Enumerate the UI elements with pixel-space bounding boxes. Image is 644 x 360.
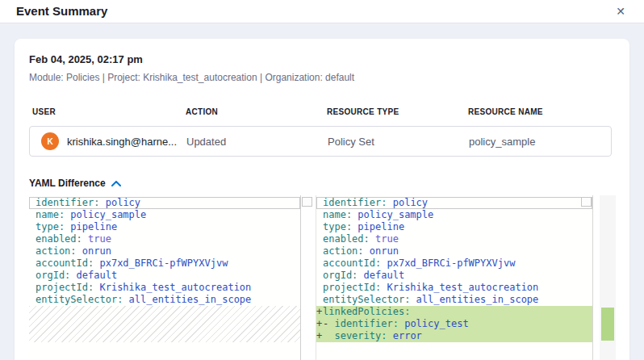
right-scrollbar-thumb[interactable] bbox=[581, 197, 592, 207]
user-cell: K krishika.singh@harne... bbox=[30, 132, 183, 150]
event-card: Feb 04, 2025, 02:17 pm Module: Policies … bbox=[15, 39, 629, 360]
left-scrollbar[interactable] bbox=[301, 195, 314, 360]
code-line: + severity: error bbox=[316, 330, 592, 342]
code-line: name: policy_sample bbox=[316, 209, 592, 221]
code-line: identifier: policy bbox=[316, 197, 592, 209]
code-line: accountId: px7xd_BFRCi-pfWPYXVjvw bbox=[316, 257, 592, 270]
column-resource-type: RESOURCE TYPE bbox=[324, 107, 465, 116]
code-line: name: policy_sample bbox=[29, 209, 300, 221]
event-meta: Module: Policies | Project: Krishika_tes… bbox=[29, 72, 629, 83]
code-line: enabled: true bbox=[29, 233, 300, 245]
table-header: USER ACTION RESOURCE TYPE RESOURCE NAME bbox=[29, 107, 629, 116]
code-line: type: pipeline bbox=[316, 221, 592, 233]
page-title: Event Summary bbox=[16, 4, 107, 18]
overview-ruler[interactable] bbox=[600, 195, 616, 360]
code-line: orgId: default bbox=[29, 270, 300, 282]
left-scrollbar-thumb[interactable] bbox=[302, 197, 312, 207]
added-line-marker: + bbox=[316, 306, 323, 318]
code-line: type: pipeline bbox=[29, 221, 300, 233]
code-line: +linkedPolicies: bbox=[316, 306, 592, 318]
code-line: enabled: true bbox=[316, 233, 592, 245]
code-line: projectId: Krishika_test_autocreation bbox=[29, 282, 300, 294]
chevron-up-icon[interactable] bbox=[111, 181, 121, 186]
column-user: USER bbox=[29, 107, 182, 116]
code-line: projectId: Krishika_test_autocreation bbox=[316, 282, 592, 294]
table-row: K krishika.singh@harne... Updated Policy… bbox=[29, 126, 612, 157]
action-cell: Updated bbox=[183, 136, 324, 148]
column-resource-name: RESOURCE NAME bbox=[465, 107, 629, 116]
code-line: entitySelector: all_entities_in_scope bbox=[316, 294, 592, 306]
user-email: krishika.singh@harne... bbox=[67, 136, 177, 148]
yaml-diff-viewer: identifier: policyname: policy_sampletyp… bbox=[29, 195, 616, 360]
modal-header: Event Summary ✕ bbox=[0, 0, 644, 23]
event-summary-modal: Event Summary ✕ Feb 04, 2025, 02:17 pm M… bbox=[0, 0, 644, 360]
diff-pane-new[interactable]: identifier: policyname: policy_sampletyp… bbox=[316, 195, 593, 360]
code-line: identifier: policy bbox=[29, 197, 300, 209]
diff-pane-old[interactable]: identifier: policyname: policy_sampletyp… bbox=[29, 195, 301, 360]
diff-empty-placeholder bbox=[29, 306, 300, 342]
diff-gap bbox=[593, 195, 600, 360]
yaml-difference-toggle[interactable]: YAML Difference bbox=[29, 178, 629, 189]
event-timestamp: Feb 04, 2025, 02:17 pm bbox=[29, 53, 629, 65]
code-line: action: onrun bbox=[29, 245, 300, 257]
yaml-difference-label: YAML Difference bbox=[29, 178, 106, 189]
added-line-marker: + bbox=[316, 318, 323, 330]
code-line: entitySelector: all_entities_in_scope bbox=[29, 294, 300, 306]
code-line: +- identifier: policy_test bbox=[316, 318, 592, 330]
column-action: ACTION bbox=[182, 107, 324, 116]
resource-name-cell: policy_sample bbox=[466, 136, 611, 148]
code-line: orgId: default bbox=[316, 270, 592, 282]
avatar: K bbox=[41, 132, 59, 150]
added-lines-marker bbox=[601, 308, 614, 341]
close-icon[interactable]: ✕ bbox=[613, 4, 628, 19]
code-line: accountId: px7xd_BFRCi-pfWPYXVjvw bbox=[29, 257, 300, 270]
resource-type-cell: Policy Set bbox=[324, 136, 466, 148]
added-line-marker: + bbox=[316, 330, 323, 342]
code-line: action: onrun bbox=[316, 245, 592, 257]
